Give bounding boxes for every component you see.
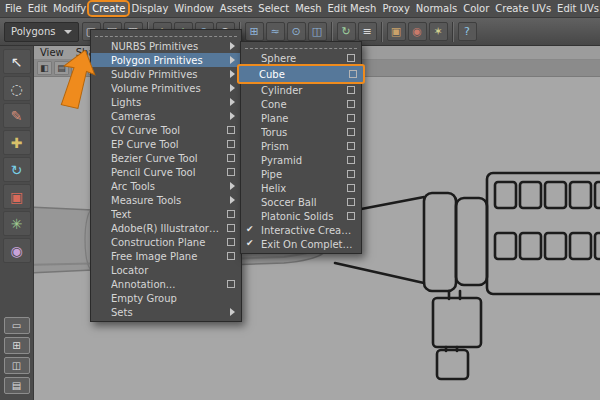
create-menu-item-cameras[interactable]: Cameras <box>91 109 241 123</box>
menu-edit-mesh[interactable]: Edit Mesh <box>325 2 380 15</box>
create-menu-item-text[interactable]: Text <box>91 207 241 221</box>
create-menu-item-construction-plane[interactable]: Construction Plane <box>91 235 241 249</box>
option-box-icon[interactable] <box>227 238 235 246</box>
option-box-icon[interactable] <box>227 140 235 148</box>
snap-to-point-icon[interactable]: ⊙ <box>287 22 306 41</box>
panel-icon-0[interactable]: ◧ <box>37 61 52 75</box>
panel-menu-view[interactable]: View <box>40 47 64 58</box>
menu-item-label: Empty Group <box>111 293 235 304</box>
menu-assets[interactable]: Assets <box>217 2 256 15</box>
option-box-icon[interactable] <box>347 128 355 136</box>
snap-to-grid-icon[interactable]: ⊞ <box>245 22 264 41</box>
snap-to-plane-icon[interactable]: ◫ <box>308 22 327 41</box>
two-pane-side-layout-icon[interactable]: ◫ <box>4 357 30 374</box>
polygon-submenu-item-platonic-solids[interactable]: Platonic Solids <box>241 209 361 223</box>
menu-mesh[interactable]: Mesh <box>292 2 324 15</box>
menu-create[interactable]: Create <box>89 2 128 15</box>
create-menu-item-free-image-plane[interactable]: Free Image Plane <box>91 249 241 263</box>
polygon-submenu-item-plane[interactable]: Plane <box>241 111 361 125</box>
menu-modify[interactable]: Modify <box>50 2 89 15</box>
option-box-icon[interactable] <box>227 224 235 232</box>
menu-item-label: Cone <box>261 99 341 110</box>
polygon-submenu-item-interactive-creation[interactable]: ✔Interactive Creation <box>241 223 361 237</box>
menu-edit-uvs[interactable]: Edit UVs <box>554 2 600 15</box>
polygon-submenu-item-torus[interactable]: Torus <box>241 125 361 139</box>
polygon-submenu-item-exit-on-completion[interactable]: ✔Exit On Completion <box>241 237 361 251</box>
option-box-icon[interactable] <box>227 168 235 176</box>
menu-set-dropdown[interactable]: Polygons <box>4 22 79 42</box>
menu-edit[interactable]: Edit <box>25 2 50 15</box>
menu-display[interactable]: Display <box>128 2 171 15</box>
create-menu-item-volume-primitives[interactable]: Volume Primitives <box>91 81 241 95</box>
menu-file[interactable]: File <box>2 2 25 15</box>
create-menu-item-nurbs-primitives[interactable]: NURBS Primitives <box>91 39 241 53</box>
menu-item-label: Locator <box>111 265 235 276</box>
menu-create-uvs[interactable]: Create UVs <box>492 2 554 15</box>
polygon-submenu-item-prism[interactable]: Prism <box>241 139 361 153</box>
polygon-submenu-item-sphere[interactable]: Sphere <box>241 51 361 65</box>
option-box-icon[interactable] <box>347 54 355 62</box>
option-box-icon[interactable] <box>347 86 355 94</box>
create-menu-item-measure-tools[interactable]: Measure Tools <box>91 193 241 207</box>
create-menu-item-adobe-r-illustrator-r-object[interactable]: Adobe(R) Illustrator(R) Object... <box>91 221 241 235</box>
option-box-icon[interactable] <box>349 70 357 78</box>
menu-normals[interactable]: Normals <box>413 2 460 15</box>
create-menu-item-annotation[interactable]: Annotation... <box>91 277 241 291</box>
scale-tool-icon[interactable]: ▣ <box>3 184 31 209</box>
option-box-icon[interactable] <box>347 212 355 220</box>
tear-off-handle[interactable] <box>245 44 357 49</box>
option-box-icon[interactable] <box>347 114 355 122</box>
two-pane-stacked-layout-icon[interactable]: ▤ <box>4 377 30 394</box>
help-icon[interactable]: ? <box>458 22 477 41</box>
menu-select[interactable]: Select <box>255 2 292 15</box>
render-current-frame-icon[interactable]: ▣ <box>387 22 406 41</box>
polygon-submenu-item-cylinder[interactable]: Cylinder <box>241 83 361 97</box>
option-box-icon[interactable] <box>347 142 355 150</box>
option-box-icon[interactable] <box>227 252 235 260</box>
single-pane-layout-icon[interactable]: ▭ <box>4 317 30 334</box>
option-box-icon[interactable] <box>227 154 235 162</box>
ipr-render-icon[interactable]: ◉ <box>408 22 427 41</box>
option-box-icon[interactable] <box>347 156 355 164</box>
create-menu-item-lights[interactable]: Lights <box>91 95 241 109</box>
rotate-tool-icon[interactable]: ↻ <box>3 157 31 182</box>
option-box-icon[interactable] <box>227 280 235 288</box>
render-settings-icon[interactable]: ✶ <box>429 22 448 41</box>
create-menu-item-polygon-primitives[interactable]: Polygon Primitives <box>91 53 241 67</box>
universal-manipulator-tool-icon[interactable]: ✳ <box>3 211 31 236</box>
menu-color[interactable]: Color <box>460 2 492 15</box>
option-box-icon[interactable] <box>347 198 355 206</box>
polygon-submenu-item-pyramid[interactable]: Pyramid <box>241 153 361 167</box>
create-menu-item-arc-tools[interactable]: Arc Tools <box>91 179 241 193</box>
create-menu-item-bezier-curve-tool[interactable]: Bezier Curve Tool <box>91 151 241 165</box>
option-box-icon[interactable] <box>347 184 355 192</box>
construction-history-icon[interactable]: ↻ <box>337 22 356 41</box>
option-box-icon[interactable] <box>347 170 355 178</box>
option-box-icon[interactable] <box>227 126 235 134</box>
menu-proxy[interactable]: Proxy <box>379 2 412 15</box>
polygon-submenu-item-cube[interactable]: Cube <box>239 66 363 82</box>
soft-modification-tool-icon[interactable]: ◉ <box>3 238 31 263</box>
create-menu-item-cv-curve-tool[interactable]: CV Curve Tool <box>91 123 241 137</box>
tear-off-handle[interactable] <box>95 32 237 37</box>
select-tool-icon[interactable]: ↖ <box>3 49 31 74</box>
menu-window[interactable]: Window <box>171 2 216 15</box>
create-menu-item-sets[interactable]: Sets <box>91 305 241 319</box>
move-tool-icon[interactable]: ✚ <box>3 130 31 155</box>
polygon-submenu-item-helix[interactable]: Helix <box>241 181 361 195</box>
snap-to-curve-icon[interactable]: ≈ <box>266 22 285 41</box>
option-box-icon[interactable] <box>227 210 235 218</box>
lasso-select-tool-icon[interactable]: ◌ <box>3 76 31 101</box>
polygon-submenu-item-cone[interactable]: Cone <box>241 97 361 111</box>
create-menu-item-ep-curve-tool[interactable]: EP Curve Tool <box>91 137 241 151</box>
create-menu-item-locator[interactable]: Locator <box>91 263 241 277</box>
four-pane-layout-icon[interactable]: ⊞ <box>4 337 30 354</box>
operations-list-icon[interactable]: ≡ <box>358 22 377 41</box>
polygon-submenu-item-pipe[interactable]: Pipe <box>241 167 361 181</box>
polygon-submenu-item-soccer-ball[interactable]: Soccer Ball <box>241 195 361 209</box>
create-menu-item-subdiv-primitives[interactable]: Subdiv Primitives <box>91 67 241 81</box>
option-box-icon[interactable] <box>347 100 355 108</box>
create-menu-item-empty-group[interactable]: Empty Group <box>91 291 241 305</box>
paint-select-tool-icon[interactable]: ✎ <box>3 103 31 128</box>
create-menu-item-pencil-curve-tool[interactable]: Pencil Curve Tool <box>91 165 241 179</box>
